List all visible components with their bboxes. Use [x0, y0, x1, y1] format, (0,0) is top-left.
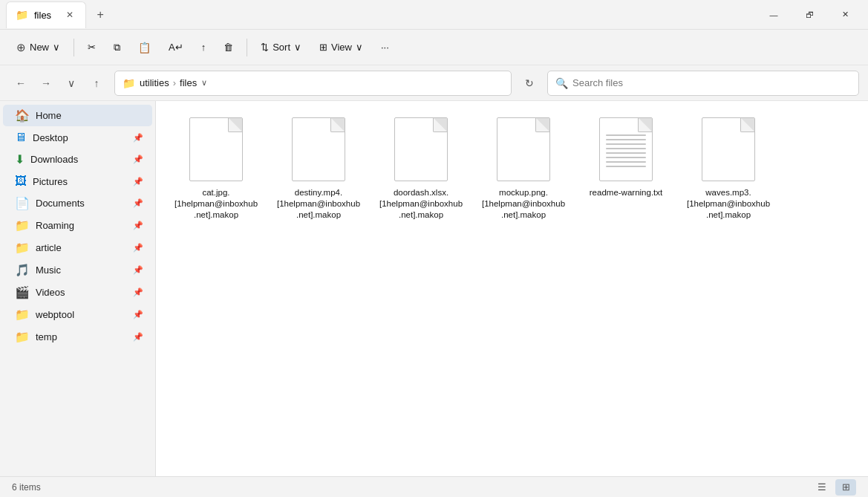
sidebar-item-roaming[interactable]: 📁 Roaming 📌 [3, 215, 152, 236]
file-name-waves: waves.mp3.[1helpman@inboxhub.net].makop [686, 187, 771, 221]
sidebar-item-webptool[interactable]: 📁 webptool 📌 [3, 304, 152, 325]
sidebar-label-music: Music [36, 264, 127, 276]
sidebar-item-home[interactable]: 🏠 Home [3, 105, 152, 126]
sidebar-item-downloads[interactable]: ⬇ Downloads 📌 [3, 149, 152, 170]
tab-close-button[interactable]: ✕ [63, 8, 76, 22]
breadcrumb-bar[interactable]: 📁 utilities › files ∨ [114, 71, 512, 96]
close-window-button[interactable]: ✕ [828, 3, 862, 27]
sidebar-item-pictures[interactable]: 🖼 Pictures 📌 [3, 171, 152, 192]
sidebar-item-documents[interactable]: 📄 Documents 📌 [3, 192, 152, 214]
breadcrumb-segment-files: files [180, 77, 197, 88]
minimize-button[interactable]: — [757, 3, 791, 27]
sort-button[interactable]: ⇅ Sort ∨ [253, 34, 309, 61]
file-fold-destiny [331, 118, 345, 131]
view-button[interactable]: ⊞ View ∨ [312, 34, 371, 61]
view-toggles: ☰ ⊞ [812, 479, 856, 496]
new-tab-button[interactable]: + [89, 4, 111, 26]
share-button[interactable]: ↑ [194, 34, 214, 61]
file-icon-cat [186, 116, 246, 183]
file-page-doordash [394, 117, 448, 181]
sidebar-item-videos[interactable]: 🎬 Videos 📌 [3, 282, 152, 303]
file-icon-doordash [391, 116, 451, 183]
sort-label: Sort [273, 42, 290, 53]
pin-icon-documents: 📌 [133, 198, 143, 208]
search-bar[interactable]: 🔍 [547, 71, 859, 96]
details-view-toggle[interactable]: ☰ [812, 479, 832, 496]
paste-button[interactable]: 📋 [131, 34, 158, 61]
file-page-waves [702, 117, 755, 181]
file-page-cat [189, 117, 243, 181]
file-name-destiny: destiny.mp4.[1helpman@inboxhub.net].mako… [276, 187, 361, 221]
nav-buttons: ← → ∨ ↑ [9, 71, 108, 95]
file-name-readme: readme-warning.txt [590, 187, 662, 198]
pin-icon-videos: 📌 [133, 288, 143, 297]
sidebar-item-temp[interactable]: 📁 temp 📌 [3, 326, 152, 348]
address-bar: ← → ∨ ↑ 📁 utilities › files ∨ ↻ 🔍 [0, 65, 868, 101]
pin-icon-downloads: 📌 [133, 155, 143, 164]
file-fold-waves [741, 118, 754, 131]
more-icon: ··· [381, 42, 389, 53]
search-icon: 🔍 [555, 77, 568, 89]
sidebar-icon-downloads: ⬇ [15, 152, 25, 166]
share-icon: ↑ [201, 42, 206, 53]
file-item-destiny[interactable]: destiny.mp4.[1helpman@inboxhub.net].mako… [270, 110, 367, 227]
rename-button[interactable]: A↵ [161, 34, 191, 61]
up-button[interactable]: ↑ [85, 71, 108, 95]
new-chevron-icon: ∨ [53, 42, 60, 53]
pin-icon-article: 📌 [133, 243, 143, 253]
file-item-waves[interactable]: waves.mp3.[1helpman@inboxhub.net].makop [680, 110, 777, 227]
file-item-readme[interactable]: readme-warning.txt [578, 110, 674, 227]
sidebar-icon-home: 🏠 [15, 108, 30, 123]
file-icon-readme [596, 116, 656, 183]
maximize-button[interactable]: 🗗 [792, 3, 826, 27]
sidebar-item-music[interactable]: 🎵 Music 📌 [3, 259, 152, 281]
sort-arrows-icon: ⇅ [261, 42, 269, 53]
main-layout: 🏠 Home 🖥 Desktop 📌 ⬇ Downloads 📌 🖼 Pictu… [0, 101, 868, 476]
refresh-button[interactable]: ↻ [518, 71, 541, 95]
pin-icon-temp: 📌 [133, 332, 143, 342]
file-fold-mockup [536, 118, 549, 131]
copy-button[interactable]: ⧉ [106, 34, 128, 61]
breadcrumb-folder-icon: 📁 [123, 77, 135, 89]
sidebar-label-temp: temp [36, 331, 127, 342]
breadcrumb-segment-utilities: utilities [140, 77, 169, 88]
cut-button[interactable]: ✂ [80, 34, 103, 61]
sidebar-label-downloads: Downloads [30, 154, 127, 165]
search-input[interactable] [572, 77, 851, 88]
active-tab[interactable]: 📁 files ✕ [6, 1, 86, 28]
sidebar-icon-temp: 📁 [15, 330, 30, 344]
view-chevron-icon: ∨ [356, 42, 363, 53]
pin-icon-pictures: 📌 [133, 177, 143, 186]
file-item-mockup[interactable]: mockup.png.[1helpman@inboxhub.net].makop [475, 110, 572, 227]
tiles-view-toggle[interactable]: ⊞ [835, 479, 856, 496]
status-bar: 6 items ☰ ⊞ [0, 476, 868, 497]
file-fold-doordash [434, 118, 447, 131]
item-count: 6 items [12, 482, 41, 493]
cut-icon: ✂ [88, 42, 96, 53]
new-button[interactable]: ⊕ New ∨ [9, 34, 68, 61]
back-button[interactable]: ← [9, 71, 33, 95]
sidebar-icon-music: 🎵 [15, 263, 30, 277]
recent-locations-button[interactable]: ∨ [59, 71, 83, 95]
rename-icon: A↵ [169, 42, 183, 53]
more-options-button[interactable]: ··· [373, 34, 397, 61]
sidebar-label-webptool: webptool [36, 309, 127, 320]
file-icon-mockup [494, 116, 553, 183]
file-page-readme [599, 117, 653, 181]
pin-icon-music: 📌 [133, 265, 143, 275]
sidebar-item-article[interactable]: 📁 article 📌 [3, 237, 152, 259]
sidebar-icon-pictures: 🖼 [15, 175, 27, 188]
forward-button[interactable]: → [34, 71, 58, 95]
sidebar-label-documents: Documents [36, 198, 127, 209]
file-item-cat[interactable]: cat.jpg.[1helpman@inboxhub.net].makop [168, 110, 264, 227]
sort-chevron-icon: ∨ [294, 42, 301, 53]
delete-button[interactable]: 🗑 [216, 34, 241, 61]
sidebar-label-videos: Videos [36, 287, 127, 298]
content-area: cat.jpg.[1helpman@inboxhub.net].makop de… [156, 101, 868, 476]
file-item-doordash[interactable]: doordash.xlsx.[1helpman@inboxhub.net].ma… [373, 110, 469, 227]
sidebar: 🏠 Home 🖥 Desktop 📌 ⬇ Downloads 📌 🖼 Pictu… [0, 101, 156, 476]
breadcrumb-dropdown-button[interactable]: ∨ [201, 78, 207, 88]
file-name-doordash: doordash.xlsx.[1helpman@inboxhub.net].ma… [379, 187, 463, 221]
sidebar-label-home: Home [36, 110, 143, 121]
sidebar-item-desktop[interactable]: 🖥 Desktop 📌 [3, 127, 152, 148]
